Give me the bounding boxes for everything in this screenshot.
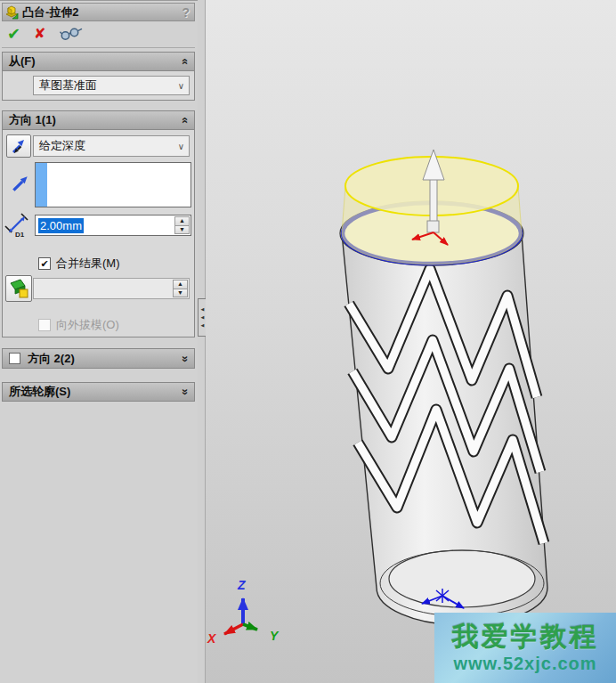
section-direction2-label: 方向 2(2)	[28, 351, 75, 367]
watermark-url: www.52xjc.com	[453, 652, 596, 675]
depth-d1-icon: D1	[4, 213, 33, 238]
svg-text:D1: D1	[15, 231, 25, 238]
ok-button[interactable]: ✔	[7, 25, 20, 43]
section-direction1-label: 方向 1(1)	[9, 112, 56, 128]
section-header-contours[interactable]: 所选轮廓(S) »	[2, 382, 195, 402]
watermark: 我爱学教程 www.52xjc.com	[434, 613, 616, 683]
section-header-direction1[interactable]: 方向 1(1) «	[2, 110, 195, 130]
reverse-direction-icon	[9, 136, 28, 156]
end-condition-dropdown[interactable]: 给定深度 ∨	[33, 135, 190, 157]
triad-y-label: Y	[270, 629, 280, 643]
direction-reference-icon	[10, 173, 31, 194]
direction2-checkbox[interactable]	[9, 353, 20, 364]
draft-angle-input: ▲ ▼	[33, 278, 190, 299]
section-header-direction2[interactable]: 方向 2(2) »	[2, 348, 195, 369]
property-manager-panel: 凸台-拉伸2 ? ✔ ✘ 从(F) « 草图基准面 ∨ 方向 1(1) «	[0, 0, 198, 683]
triad-x-axis	[224, 624, 243, 634]
toolbar-separator	[2, 47, 195, 48]
dropdown-chevron-icon: ∨	[178, 81, 184, 91]
direction-reference-box[interactable]	[35, 162, 191, 207]
depth-input[interactable]: 2.00mm ▲ ▼	[35, 215, 191, 236]
collapse-up-icon: «	[179, 58, 190, 64]
pm-toolbar: ✔ ✘	[7, 24, 83, 44]
section-header-from[interactable]: 从(F) «	[2, 52, 195, 71]
splitter-arrow-icon: ◀	[201, 315, 205, 320]
panel-viewport-divider	[198, 0, 206, 683]
draft-outward-label: 向外拔模(O)	[56, 317, 119, 333]
dropdown-chevron-icon: ∨	[178, 142, 184, 151]
spinner-down-button: ▼	[173, 289, 188, 298]
model-canvas: Z X Y	[206, 0, 616, 683]
draft-outward-checkbox	[38, 319, 51, 331]
section-contours-label: 所选轮廓(S)	[9, 384, 70, 400]
spinner-down-button[interactable]: ▼	[174, 226, 190, 235]
draft-button[interactable]	[5, 275, 32, 302]
section-body-direction1: 给定深度 ∨ D1 2.00mm ▲ ▼ ✔ 合并结果(M	[2, 130, 195, 337]
coordinate-triad: Z X Y	[207, 578, 280, 646]
depth-spinner: ▲ ▼	[174, 216, 190, 234]
collapse-down-icon: »	[179, 355, 190, 362]
splitter-arrow-icon: ◀	[201, 323, 205, 328]
graphics-viewport[interactable]: Z X Y 我爱学教程 www.52xjc.com	[206, 0, 616, 683]
triad-x-label: X	[207, 631, 217, 646]
merge-result-label: 合并结果(M)	[56, 256, 120, 272]
preview-glasses-icon[interactable]	[60, 27, 83, 41]
collapse-down-icon: »	[179, 388, 190, 394]
panel-title: 凸台-拉伸2	[22, 4, 182, 20]
start-condition-value: 草图基准面	[39, 77, 97, 94]
draft-angle-spinner: ▲ ▼	[173, 280, 188, 297]
reverse-direction-button[interactable]	[6, 134, 31, 158]
cancel-button[interactable]: ✘	[34, 25, 45, 43]
splitter-arrow-icon: ◀	[201, 307, 205, 312]
boss-extrude-icon	[4, 5, 19, 20]
spinner-up-button: ▲	[173, 280, 188, 289]
spinner-up-button[interactable]: ▲	[174, 216, 190, 226]
start-condition-dropdown[interactable]: 草图基准面 ∨	[33, 76, 190, 95]
triad-z-label: Z	[237, 578, 246, 592]
merge-result-checkbox[interactable]: ✔	[38, 257, 51, 270]
end-condition-value: 给定深度	[39, 138, 85, 154]
collapse-up-icon: «	[179, 117, 190, 123]
depth-value: 2.00mm	[38, 218, 84, 233]
draft-outward-checkbox-row: 向外拔模(O)	[38, 317, 119, 333]
draft-icon	[8, 278, 29, 299]
triad-y-axis	[243, 624, 257, 630]
section-from-label: 从(F)	[9, 53, 36, 69]
help-button[interactable]: ?	[182, 5, 190, 20]
section-body-from: 草图基准面 ∨	[2, 71, 195, 101]
merge-result-checkbox-row[interactable]: ✔ 合并结果(M)	[38, 256, 120, 272]
reference-highlight-strip	[36, 163, 47, 207]
panel-titlebar: 凸台-拉伸2 ?	[2, 3, 195, 21]
watermark-title: 我爱学教程	[452, 622, 599, 652]
